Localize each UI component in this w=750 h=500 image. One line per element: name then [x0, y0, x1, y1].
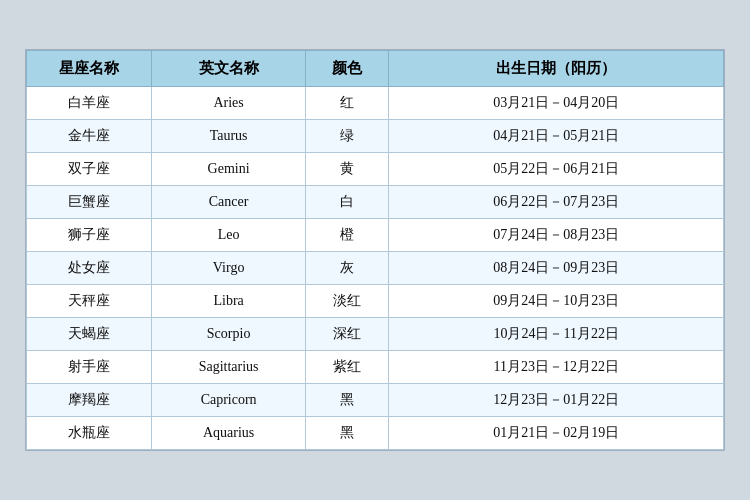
table-row: 双子座Gemini黄05月22日－06月21日: [27, 153, 724, 186]
cell-color: 黄: [305, 153, 389, 186]
cell-date: 06月22日－07月23日: [389, 186, 724, 219]
table-row: 水瓶座Aquarius黑01月21日－02月19日: [27, 417, 724, 450]
cell-english: Aquarius: [152, 417, 305, 450]
cell-chinese: 摩羯座: [27, 384, 152, 417]
cell-english: Scorpio: [152, 318, 305, 351]
header-english: 英文名称: [152, 51, 305, 87]
cell-color: 红: [305, 87, 389, 120]
cell-chinese: 处女座: [27, 252, 152, 285]
cell-chinese: 天蝎座: [27, 318, 152, 351]
cell-english: Aries: [152, 87, 305, 120]
cell-date: 07月24日－08月23日: [389, 219, 724, 252]
cell-color: 白: [305, 186, 389, 219]
cell-color: 黑: [305, 384, 389, 417]
cell-chinese: 狮子座: [27, 219, 152, 252]
cell-date: 11月23日－12月22日: [389, 351, 724, 384]
cell-date: 05月22日－06月21日: [389, 153, 724, 186]
cell-english: Libra: [152, 285, 305, 318]
cell-color: 绿: [305, 120, 389, 153]
table-row: 处女座Virgo灰08月24日－09月23日: [27, 252, 724, 285]
header-color: 颜色: [305, 51, 389, 87]
table-row: 射手座Sagittarius紫红11月23日－12月22日: [27, 351, 724, 384]
header-chinese: 星座名称: [27, 51, 152, 87]
cell-chinese: 水瓶座: [27, 417, 152, 450]
cell-color: 紫红: [305, 351, 389, 384]
cell-chinese: 射手座: [27, 351, 152, 384]
cell-date: 08月24日－09月23日: [389, 252, 724, 285]
cell-english: Capricorn: [152, 384, 305, 417]
zodiac-table: 星座名称 英文名称 颜色 出生日期（阳历） 白羊座Aries红03月21日－04…: [26, 50, 724, 450]
cell-chinese: 天秤座: [27, 285, 152, 318]
cell-chinese: 金牛座: [27, 120, 152, 153]
cell-color: 灰: [305, 252, 389, 285]
cell-english: Sagittarius: [152, 351, 305, 384]
table-header-row: 星座名称 英文名称 颜色 出生日期（阳历）: [27, 51, 724, 87]
table-row: 天秤座Libra淡红09月24日－10月23日: [27, 285, 724, 318]
cell-english: Gemini: [152, 153, 305, 186]
cell-date: 09月24日－10月23日: [389, 285, 724, 318]
table-row: 摩羯座Capricorn黑12月23日－01月22日: [27, 384, 724, 417]
cell-english: Taurus: [152, 120, 305, 153]
cell-color: 橙: [305, 219, 389, 252]
table-row: 狮子座Leo橙07月24日－08月23日: [27, 219, 724, 252]
cell-color: 淡红: [305, 285, 389, 318]
cell-date: 01月21日－02月19日: [389, 417, 724, 450]
cell-date: 12月23日－01月22日: [389, 384, 724, 417]
cell-english: Leo: [152, 219, 305, 252]
cell-chinese: 巨蟹座: [27, 186, 152, 219]
cell-date: 03月21日－04月20日: [389, 87, 724, 120]
cell-chinese: 白羊座: [27, 87, 152, 120]
zodiac-table-container: 星座名称 英文名称 颜色 出生日期（阳历） 白羊座Aries红03月21日－04…: [25, 49, 725, 451]
cell-chinese: 双子座: [27, 153, 152, 186]
cell-color: 深红: [305, 318, 389, 351]
header-date: 出生日期（阳历）: [389, 51, 724, 87]
cell-date: 04月21日－05月21日: [389, 120, 724, 153]
table-row: 金牛座Taurus绿04月21日－05月21日: [27, 120, 724, 153]
cell-english: Cancer: [152, 186, 305, 219]
cell-english: Virgo: [152, 252, 305, 285]
cell-date: 10月24日－11月22日: [389, 318, 724, 351]
table-row: 天蝎座Scorpio深红10月24日－11月22日: [27, 318, 724, 351]
cell-color: 黑: [305, 417, 389, 450]
table-row: 巨蟹座Cancer白06月22日－07月23日: [27, 186, 724, 219]
table-row: 白羊座Aries红03月21日－04月20日: [27, 87, 724, 120]
